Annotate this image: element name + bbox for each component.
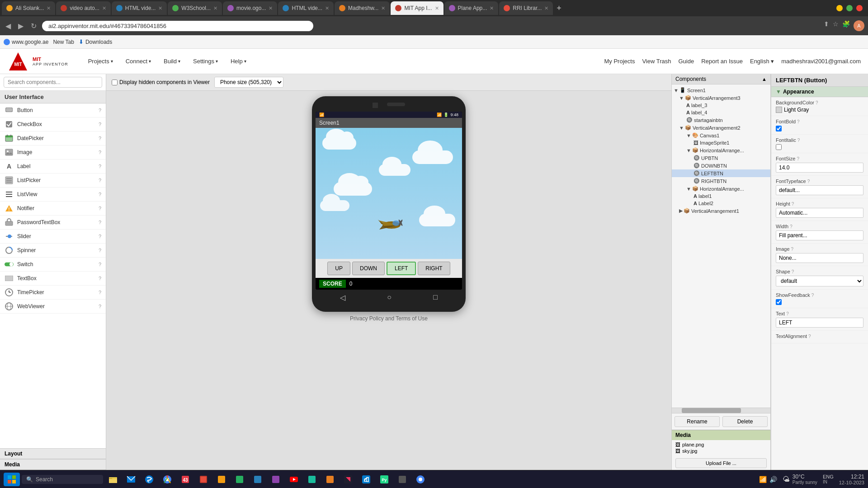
taskbar-app7[interactable]	[195, 471, 212, 488]
back-button[interactable]: ◀	[4, 21, 13, 31]
comp-datepicker[interactable]: DatePicker ?	[0, 131, 106, 145]
spinner-help-icon[interactable]: ?	[99, 248, 101, 253]
screen1-expand-icon[interactable]: ▼	[674, 88, 679, 93]
start-button[interactable]	[4, 473, 20, 486]
tree-canvas1[interactable]: ▼ 🎨 Canvas1	[672, 131, 770, 139]
tree-screen1[interactable]: ▼ 📱 Screen1	[672, 86, 770, 94]
comp-label[interactable]: A Label ?	[0, 160, 106, 174]
tree-label4[interactable]: A label_4	[672, 109, 770, 116]
layout-section-header[interactable]: Layout	[0, 448, 106, 459]
listview-help-icon[interactable]: ?	[99, 192, 101, 197]
refresh-button[interactable]: ↻	[29, 21, 38, 31]
taskbar-app13[interactable]	[304, 471, 320, 488]
font-size-help[interactable]: ?	[797, 156, 799, 161]
nav-projects[interactable]: Projects ▾	[83, 55, 118, 67]
showfeedback-help[interactable]: ?	[811, 293, 814, 298]
taskbar-app9[interactable]	[231, 471, 248, 488]
ha2-expand-icon[interactable]: ▼	[686, 186, 691, 192]
tree-label2[interactable]: A Label2	[672, 200, 770, 207]
text-prop-help[interactable]: ?	[786, 311, 789, 316]
font-typeface-help[interactable]: ?	[807, 179, 810, 184]
checkbox-help-icon[interactable]: ?	[99, 122, 101, 127]
tab-mit-app[interactable]: MIT App I... ✕	[391, 1, 443, 15]
taskbar-pycharm[interactable]: Py	[376, 471, 392, 488]
va1-expand-icon[interactable]: ▶	[679, 208, 683, 214]
forward-button[interactable]: ▶	[16, 21, 25, 31]
font-italic-checkbox[interactable]	[776, 144, 782, 150]
width-input[interactable]	[776, 230, 863, 240]
nav-help[interactable]: Help ▾	[225, 55, 252, 67]
minimize-button[interactable]	[836, 5, 843, 11]
taskbar-app6[interactable]: 43	[177, 471, 193, 488]
back-nav-icon[interactable]: ◁	[340, 293, 345, 302]
bookmark-newtab[interactable]: New Tab	[53, 39, 74, 45]
delete-button[interactable]: Delete	[722, 416, 768, 427]
image-prop-input[interactable]	[776, 253, 863, 263]
upload-file-button[interactable]: Upload File ...	[675, 458, 767, 468]
taskbar-app14[interactable]	[322, 471, 338, 488]
tree-startagainbtn[interactable]: 🔘 startagainbtn	[672, 116, 770, 124]
taskbar-search[interactable]: 🔍 Search	[22, 475, 103, 484]
close-button[interactable]	[856, 5, 863, 11]
showfeedback-checkbox[interactable]	[776, 299, 782, 305]
tree-scroll-up[interactable]: ▲	[762, 76, 767, 82]
text-prop-input[interactable]	[776, 318, 863, 328]
height-help[interactable]: ?	[792, 202, 794, 206]
network-icon[interactable]: 📶	[759, 476, 767, 483]
tree-rightbtn[interactable]: 🔘 RIGHTBTN	[672, 177, 770, 185]
nav-connect[interactable]: Connect ▾	[120, 55, 156, 67]
width-help[interactable]: ?	[790, 224, 793, 229]
tree-horizontal1[interactable]: ▼ 📦 HorizontalArrange...	[672, 146, 770, 154]
address-input[interactable]	[42, 21, 313, 31]
tab-madhesh[interactable]: Madheshw... ✕	[335, 1, 390, 15]
tree-horizontal2[interactable]: ▼ 📦 HorizontalArrange...	[672, 185, 770, 192]
comp-image[interactable]: Image ?	[0, 145, 106, 160]
height-input[interactable]	[776, 208, 863, 218]
image-help-icon[interactable]: ?	[99, 150, 101, 155]
comp-webviewer[interactable]: WebViewer ?	[0, 300, 106, 314]
font-typeface-input[interactable]	[776, 185, 863, 195]
my-projects-link[interactable]: My Projects	[604, 58, 635, 65]
search-components-input[interactable]	[4, 77, 102, 88]
comp-passwordtextbox[interactable]: PasswordTextBox ?	[0, 216, 106, 230]
rename-button[interactable]: Rename	[675, 416, 720, 427]
bookmark-google[interactable]: www.google.ae	[4, 39, 48, 45]
media-section-header[interactable]: Media	[0, 459, 106, 470]
down-button[interactable]: DOWN	[352, 262, 385, 275]
font-bold-checkbox[interactable]	[776, 126, 782, 131]
tree-upbtn[interactable]: 🔘 UPBTN	[672, 154, 770, 162]
taskbar-app18[interactable]	[394, 471, 410, 488]
extensions-icon[interactable]: 🧩	[842, 20, 850, 31]
home-nav-icon[interactable]: ○	[387, 293, 392, 302]
comp-listpicker[interactable]: ListPicker ?	[0, 174, 106, 188]
comp-timepicker[interactable]: TimePicker ?	[0, 286, 106, 300]
comp-slider[interactable]: Slider ?	[0, 230, 106, 244]
tree-label1[interactable]: A label1	[672, 192, 770, 200]
font-bold-help[interactable]: ?	[797, 119, 800, 124]
report-issue-link[interactable]: Report an Issue	[701, 58, 743, 65]
tab-ali[interactable]: Ali Solank... ✕	[2, 1, 55, 15]
textbox-help-icon[interactable]: ?	[99, 276, 101, 281]
guide-link[interactable]: Guide	[678, 58, 694, 65]
comp-listview[interactable]: ListView ?	[0, 188, 106, 202]
slider-help-icon[interactable]: ?	[99, 234, 101, 239]
tree-vertical2[interactable]: ▼ 📦 VerticalArrangement2	[672, 124, 770, 131]
tab-rri[interactable]: RRI Librar... ✕	[499, 1, 553, 15]
phone-size-select[interactable]: Phone size (505,320)	[214, 77, 283, 88]
comp-notifier[interactable]: ! Notifier ?	[0, 202, 106, 216]
taskbar-app10[interactable]	[250, 471, 266, 488]
taskbar-intellij[interactable]	[340, 471, 356, 488]
ha1-expand-icon[interactable]: ▼	[686, 148, 691, 153]
comp-spinner[interactable]: Spinner ?	[0, 244, 106, 258]
shape-select[interactable]: default	[776, 276, 863, 286]
font-size-input[interactable]	[776, 163, 863, 173]
recents-nav-icon[interactable]: □	[433, 293, 438, 302]
switch-help-icon[interactable]: ?	[99, 262, 101, 267]
va2-expand-icon[interactable]: ▼	[679, 125, 684, 131]
tree-scrollbar-thumb[interactable]	[682, 408, 741, 413]
bg-color-swatch[interactable]	[776, 107, 782, 113]
shape-help[interactable]: ?	[792, 269, 794, 274]
taskbar-chrome[interactable]	[159, 471, 175, 488]
user-email[interactable]: madheshravi2001@gmail.com	[781, 58, 861, 65]
tree-vertical1[interactable]: ▶ 📦 VerticalArrangement1	[672, 207, 770, 215]
